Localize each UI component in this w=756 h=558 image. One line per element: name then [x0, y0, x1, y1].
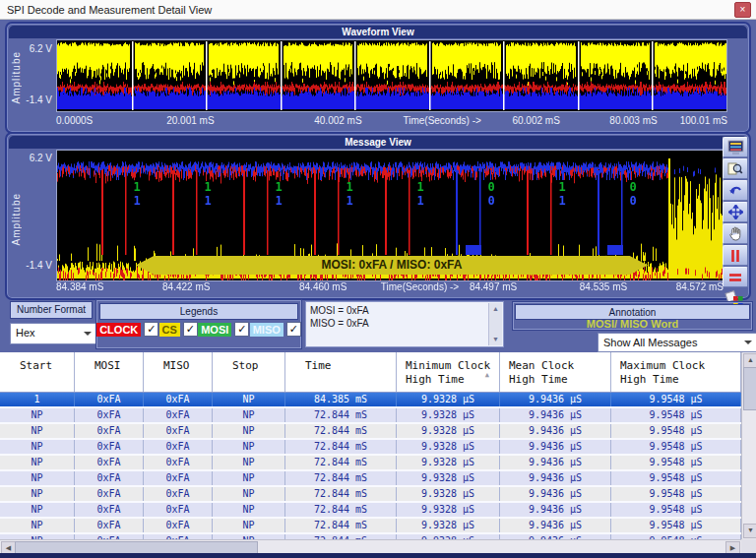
x-tick: 100.01 mS — [680, 115, 727, 126]
window-bottom-border — [0, 553, 756, 558]
legend-checkbox[interactable]: ✓ — [144, 322, 158, 337]
table-row[interactable]: NP0xFA0xFANP72.844 mS9.9328 µS9.9436 µS9… — [0, 456, 741, 471]
table-cell: 72.844 mS — [285, 471, 397, 485]
column-header-miso[interactable]: MISO — [144, 352, 213, 392]
table-cell: 9.9436 µS — [500, 456, 611, 469]
table-cell: 72.844 mS — [285, 408, 397, 422]
vertical-cursors-icon[interactable] — [723, 245, 748, 266]
table-cell: 0xFA — [75, 393, 144, 406]
table-cell: 72.844 mS — [285, 440, 397, 454]
zoom-icon[interactable] — [723, 158, 748, 179]
column-header-start[interactable]: Start — [0, 352, 75, 392]
table-cell: 9.9436 µS — [500, 408, 611, 422]
table-horizontal-scrollbar[interactable]: ◀ ▶ — [0, 539, 741, 554]
info-scrollbar[interactable]: ▲ ▼ — [488, 303, 502, 345]
table-row[interactable]: NP0xFA0xFANP72.844 mS9.9328 µS9.9436 µS9… — [0, 487, 741, 503]
legend-item-mosi: MOSI✓ — [198, 322, 249, 337]
message-x-axis: 84.384 mS84.422 mS84.460 mSTime(Seconds)… — [56, 281, 724, 295]
column-header-time[interactable]: Time — [285, 352, 397, 392]
waveform-y-top: 6.2 V — [19, 43, 52, 54]
scroll-down-icon[interactable]: ▼ — [489, 334, 502, 345]
legend-label: MOSI — [198, 323, 231, 337]
annotation-group: Annotation MOSI/ MISO Word — [512, 301, 753, 331]
table-row[interactable]: NP0xFA0xFANP72.844 mS9.9328 µS9.9436 µS9… — [0, 471, 741, 487]
table-cell: NP — [213, 456, 285, 469]
table-cell: 72.844 mS — [285, 487, 397, 501]
table-cell: 0xFA — [75, 440, 144, 454]
table-cell: 0xFA — [144, 503, 213, 517]
table-row[interactable]: NP0xFA0xFANP72.844 mS9.9328 µS9.9436 µS9… — [0, 408, 741, 424]
message-info-box[interactable]: MOSI = 0xFAMISO = 0xFA ▲ ▼ — [305, 301, 504, 347]
table-row[interactable]: NP0xFA0xFANP72.844 mS9.9328 µS9.9436 µS9… — [0, 503, 741, 519]
legends-title: Legends — [99, 303, 298, 320]
table-cell: 9.9548 µS — [611, 456, 741, 469]
table-cell: NP — [0, 519, 75, 532]
table-cell: 9.9328 µS — [397, 440, 500, 454]
hand-icon[interactable] — [723, 223, 748, 244]
scroll-down-icon[interactable]: ▼ — [743, 524, 756, 538]
number-format-select[interactable]: Hex — [10, 323, 97, 344]
table-cell: 0xFA — [144, 408, 213, 422]
message-plot[interactable] — [56, 150, 724, 281]
undo-icon[interactable] — [723, 180, 748, 201]
scroll-up-icon[interactable]: ▲ — [489, 303, 502, 315]
table-cell: NP — [213, 503, 285, 517]
number-format-value: Hex — [16, 327, 35, 339]
table-cell: NP — [213, 408, 285, 422]
table-cell: 1 — [0, 393, 75, 406]
table-cell: 9.9328 µS — [397, 519, 500, 532]
table-cell: 72.844 mS — [285, 424, 397, 438]
table-vertical-scrollbar[interactable]: ▲ ▼ — [741, 352, 756, 539]
table-cell: 0xFA — [75, 408, 144, 422]
table-cell: 9.9548 µS — [611, 519, 741, 532]
table-row[interactable]: 10xFA0xFANP84.385 mS9.9328 µS9.9436 µS9.… — [0, 393, 741, 408]
table-cell: 9.9548 µS — [611, 440, 741, 454]
number-format-label: Number Format — [10, 301, 93, 319]
table-cell: 9.9328 µS — [397, 471, 500, 485]
table-cell: 0xFA — [75, 487, 144, 501]
table-cell: 0xFA — [75, 424, 144, 438]
table-cell: 9.9436 µS — [500, 424, 611, 438]
table-cell: 9.9548 µS — [611, 408, 741, 422]
table-cell: 9.9328 µS — [397, 487, 500, 501]
column-header-maximum-clock[interactable]: Maximum Clock High Time — [611, 352, 741, 392]
table-cell: NP — [0, 471, 75, 485]
legend-checkbox[interactable]: ✓ — [183, 322, 198, 337]
scroll-up-icon[interactable]: ▲ — [743, 353, 756, 368]
column-header-mean-clock[interactable]: Mean Clock High Time — [500, 352, 611, 392]
table-cell: 0xFA — [75, 456, 144, 469]
table-cell: 0xFA — [144, 424, 213, 438]
x-tick: 84.497 mS — [470, 281, 517, 292]
table-row[interactable]: NP0xFA0xFANP72.844 mS9.9328 µS9.9436 µS9… — [0, 424, 741, 440]
display-snapshot-icon[interactable] — [723, 137, 748, 157]
x-tick: 84.572 mS — [676, 281, 724, 292]
table-header: StartMOSIMISOStopTimeMinimum Clock High … — [0, 352, 741, 393]
table-row[interactable]: NP0xFA0xFANP72.844 mS9.9328 µS9.9436 µS9… — [0, 440, 741, 456]
table-body: 10xFA0xFANP84.385 mS9.9328 µS9.9436 µS9.… — [0, 393, 741, 540]
vertical-scroll-thumb[interactable] — [743, 367, 756, 410]
column-header-mosi[interactable]: MOSI — [75, 352, 144, 392]
message-filter-select[interactable]: Show All Messages — [598, 333, 756, 352]
waveform-plot[interactable] — [56, 39, 727, 112]
message-toolbar — [723, 137, 748, 308]
x-tick: 40.002 mS — [314, 115, 361, 126]
x-tick: 80.003 mS — [609, 115, 657, 126]
legend-label: CLOCK — [96, 323, 141, 337]
waveform-view-panel: Waveform View Amplitube 6.2 V -1.4 V 0.0… — [5, 22, 751, 134]
column-header-minimum-clock[interactable]: Minimum Clock High Time▲ — [397, 352, 500, 392]
legend-checkbox[interactable]: ✓ — [234, 322, 249, 337]
table-cell: 9.9436 µS — [500, 471, 611, 485]
table-cell: NP — [0, 408, 75, 422]
pan-icon[interactable] — [723, 202, 748, 222]
close-icon[interactable]: × — [734, 2, 751, 18]
horizontal-cursors-icon[interactable] — [723, 267, 748, 287]
table-row[interactable]: NP0xFA0xFANP72.844 mS9.9328 µS9.9436 µS9… — [0, 519, 741, 534]
table-cell: 72.844 mS — [285, 503, 397, 517]
waveform-view-title: Waveform View — [9, 26, 747, 38]
table-cell: NP — [213, 519, 285, 532]
x-tick: 84.460 mS — [299, 281, 346, 292]
table-cell: 0xFA — [75, 503, 144, 517]
legend-checkbox[interactable]: ✓ — [286, 322, 301, 337]
column-header-stop[interactable]: Stop — [213, 352, 285, 392]
table-cell: 0xFA — [144, 487, 213, 501]
